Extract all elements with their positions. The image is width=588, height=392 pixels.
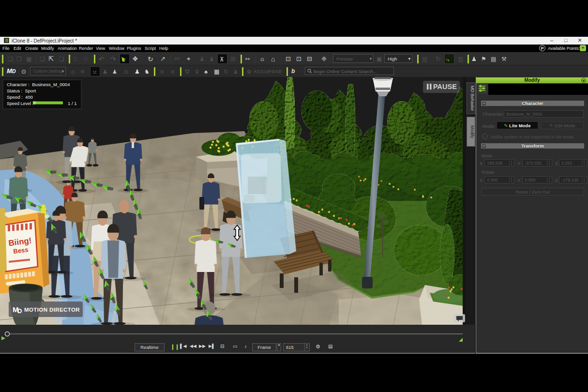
svg-text:D: D bbox=[17, 307, 22, 315]
svg-text:1 / 1: 1 / 1 bbox=[68, 101, 77, 106]
svg-text:MOTION DIRECTOR: MOTION DIRECTOR bbox=[24, 307, 80, 313]
svg-text:PAUSE: PAUSE bbox=[433, 83, 457, 90]
svg-text:Character : Business_M_0004: Character : Business_M_0004 bbox=[7, 82, 70, 87]
svg-text:Status : Sport: Status : Sport bbox=[7, 88, 36, 93]
svg-text:Speed : 400: Speed : 400 bbox=[7, 94, 33, 100]
svg-text:Speed Level :: Speed Level : bbox=[7, 101, 33, 106]
